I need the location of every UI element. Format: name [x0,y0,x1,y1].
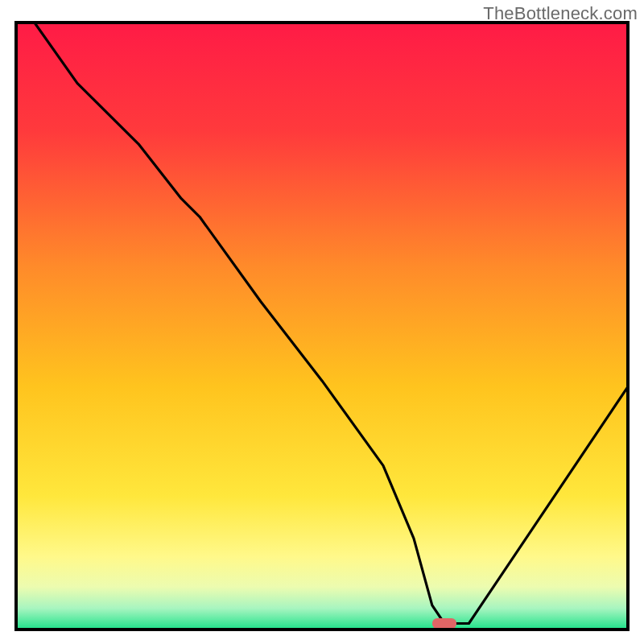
chart-container: TheBottleneck.com [0,0,644,644]
watermark-text: TheBottleneck.com [483,3,638,24]
bottleneck-chart [0,0,644,644]
optimal-marker [432,618,456,629]
